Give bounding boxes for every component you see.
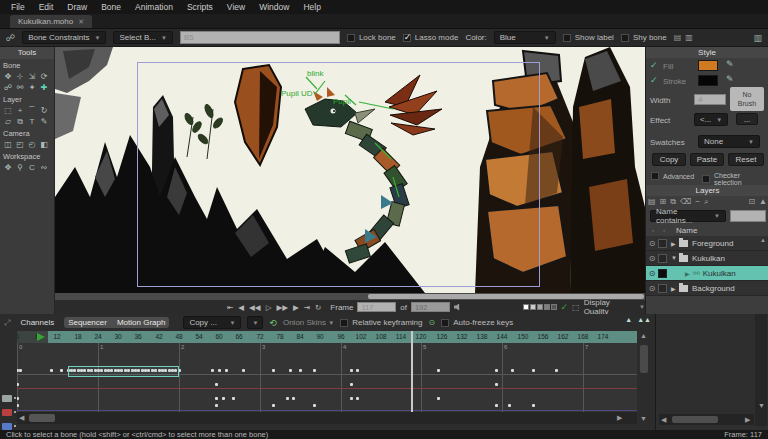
keyframe[interactable] [495,404,498,407]
bone-strength-tool[interactable]: ✚ [38,82,50,93]
layer-swatch[interactable] [658,239,667,248]
layers-scroll-up-icon[interactable]: ▲ [760,237,766,243]
scroll-left-icon[interactable]: ◀ [19,412,24,424]
tab-motion-graph[interactable]: Motion Graph [117,318,165,327]
quality-level-0-icon[interactable] [523,304,529,310]
play-icon[interactable]: ▷ [266,303,272,312]
keyframe[interactable] [437,397,440,400]
swatches-dropdown[interactable]: None▼ [698,135,760,148]
select-bone-tool[interactable]: ✥ [2,71,14,82]
channel-expand-dot[interactable] [14,411,16,413]
channel-expand-dot[interactable] [14,397,16,399]
keyframe[interactable] [222,397,225,400]
lasso-mode-checkbox[interactable]: Lasso mode [403,33,459,42]
menu-file[interactable]: File [4,0,32,14]
roll-camera-tool[interactable]: ◴ [26,139,38,150]
scroll-down-icon[interactable]: ▼ [758,400,765,412]
keyframe[interactable] [350,383,353,386]
eye-icon[interactable]: ⊙ [646,239,658,248]
prev-keyframe-icon[interactable]: ◀ [238,303,244,312]
expand-icon[interactable]: ▶ [671,240,679,247]
menu-edit[interactable]: Edit [32,0,61,14]
rotate-bone-tool[interactable]: ⟳ [38,71,50,82]
keyframe[interactable] [272,404,275,407]
close-icon[interactable]: ✕ [78,18,84,26]
fill-color-swatch[interactable] [698,60,718,71]
layer-swatch[interactable] [658,254,667,263]
bone-name-input[interactable]: B5 [180,31,340,44]
keyframe[interactable] [437,369,440,372]
scrollbar-thumb[interactable] [640,345,648,373]
canvas[interactable]: blinkPupil UDPupil [55,47,645,300]
document-tab[interactable]: Kukulkan.moho ✕ [10,15,92,28]
select-bone-dropdown[interactable]: Select B...▼ [113,31,172,44]
keyframe[interactable] [211,369,214,372]
keyframe[interactable] [313,369,316,372]
menu-view[interactable]: View [220,0,252,14]
expand-icon[interactable]: ▶ [671,285,679,292]
timeline-track-area[interactable]: 01234567 [17,343,637,412]
menu-animation[interactable]: Animation [128,0,180,14]
keyframe[interactable] [350,397,353,400]
layer-row-kukulkan-2[interactable]: ⊙▶⚯Kukulkan [646,266,768,281]
stroke-color-swatch[interactable] [698,75,718,86]
tab-channels[interactable]: Channels [16,317,58,328]
timeline-horizontal-scrollbar[interactable]: ◀ ▶ [17,412,637,424]
zoom-camera-tool[interactable]: ◰ [14,139,26,150]
refresh-icon[interactable]: ⟲ [269,318,277,328]
orbit-workspace-tool[interactable]: ∾ [38,162,50,173]
end-frame-input[interactable]: 192 [411,302,450,312]
keyframe-selection-box[interactable] [68,366,179,377]
copy-keyframes-dropdown[interactable]: Copy ...▼ [183,316,241,329]
keyframe[interactable] [350,369,353,372]
transform-channel-icon[interactable] [2,395,12,402]
keyframe[interactable] [313,404,316,407]
timeline-vertical-scrollbar[interactable]: ▲ ▼ [637,331,651,424]
pan-tilt-camera-tool[interactable]: ◧ [38,139,50,150]
timeline-ruler[interactable]: 0612182430364248546066727884909610210811… [17,331,637,343]
paste-style-button[interactable]: Paste [690,153,724,166]
duplicate-layer-tool[interactable]: ⧉ [14,116,26,127]
add-point-tool[interactable]: + [14,105,26,116]
keyframe[interactable] [272,369,275,372]
track-camera-tool[interactable]: ◫ [2,139,14,150]
width-input[interactable]: 4 [694,94,726,105]
keyframe[interactable] [218,369,221,372]
menu-bone[interactable]: Bone [94,0,128,14]
no-brush-button[interactable]: No Brush [730,87,764,111]
keyframe[interactable] [532,369,535,372]
timeline-zoom-out-icon[interactable]: ▲ [625,316,632,323]
scale-bone-tool[interactable]: ⇲ [26,71,38,82]
keyframe[interactable] [299,369,302,372]
scroll-up-icon[interactable]: ▲ [759,197,767,208]
selection-channel-icon[interactable] [2,409,12,416]
keyframe[interactable] [356,369,359,372]
keyframe[interactable] [555,369,558,372]
keyframe[interactable] [215,397,218,400]
layer-swatch[interactable] [658,269,667,278]
keyframe[interactable] [289,369,292,372]
zoom-workspace-tool[interactable]: ⚲ [14,162,26,173]
keyframe[interactable] [60,369,63,372]
keyframe[interactable] [215,383,218,386]
keyframe[interactable] [17,397,19,400]
tab-sequencer[interactable]: Sequencer [68,318,107,327]
horizontal-scrollbar[interactable]: ◀ ▶ [659,414,754,425]
eye-icon[interactable]: ⊙ [646,269,658,278]
translate-bone-tool[interactable]: ⊹ [14,71,26,82]
quality-level-4-icon[interactable] [551,304,557,310]
scroll-left-icon[interactable]: ◀ [661,414,666,425]
new-layer-icon[interactable]: ▤ [648,197,656,208]
layer-filter-input[interactable] [730,210,766,222]
expand-icon[interactable]: ▼ [671,255,679,261]
scroll-down-icon[interactable]: ▼ [640,413,647,425]
copy-style-button[interactable]: Copy [652,153,686,166]
shear-layer-tool[interactable]: ▱ [2,116,14,127]
fill-checkbox[interactable]: ✓ [650,60,658,70]
menu-scripts[interactable]: Scripts [180,0,220,14]
keyframe[interactable] [292,397,295,400]
layer-row-foreground-0[interactable]: ⊙▶Foreground [646,236,768,251]
lock-bone-checkbox[interactable]: Lock bone [347,33,396,42]
scrollbar-thumb[interactable] [29,414,55,422]
keyframing-mode-icon[interactable]: ⊙ [429,318,436,327]
